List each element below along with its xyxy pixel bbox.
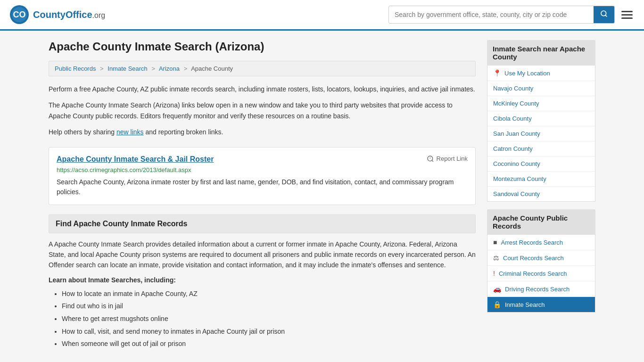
sidebar-use-location[interactable]: 📍 Use My Location [487, 66, 595, 81]
bullet-item: Find out who is in jail [62, 300, 476, 313]
breadcrumb-sep-3: > [184, 65, 188, 72]
location-icon: 📍 [493, 69, 501, 77]
pub-rec-link[interactable]: Driving Records Search [505, 286, 570, 293]
sidebar-nearby-header: Inmate Search near Apache County [487, 40, 595, 66]
sidebar-county-item[interactable]: McKinley County [487, 96, 595, 111]
sidebar-county-item[interactable]: San Juan County [487, 126, 595, 141]
svg-line-4 [432, 160, 433, 162]
bullet-list: How to locate an inmate in Apache County… [49, 288, 476, 350]
sidebar-county-item[interactable]: Navajo County [487, 81, 595, 96]
sidebar-county-link[interactable]: Montezuma County [493, 175, 546, 182]
sidebar-public-records-list: ■Arrest Records Search⚖Court Records Sea… [487, 235, 595, 313]
sidebar-nearby-list: 📍 Use My Location Navajo CountyMcKinley … [487, 66, 595, 202]
bullet-item: How to locate an inmate in Apache County… [62, 288, 476, 300]
pub-rec-active-icon: 🔒 [493, 301, 501, 308]
sidebar-county-item[interactable]: Cibola County [487, 111, 595, 126]
link-description: Search Apache County, Arizona inmate ros… [57, 177, 468, 197]
bullet-item: When someone will get out of jail or pri… [62, 337, 476, 350]
link-url: https://acso.crimegraphics.com/2013/defa… [57, 166, 468, 173]
search-input[interactable] [389, 7, 594, 22]
sidebar-county-link[interactable]: Sandoval County [493, 190, 540, 197]
breadcrumb-arizona[interactable]: Arizona [159, 65, 180, 72]
sidebar-county-link[interactable]: Catron County [493, 145, 533, 152]
new-links-link[interactable]: new links [116, 128, 144, 136]
section-body-text: A Apache County Inmate Search provides d… [49, 239, 476, 271]
report-link-button[interactable]: Report Link [427, 155, 468, 163]
link-card-header: Apache County Inmate Search & Jail Roste… [57, 155, 468, 164]
link-card: Apache County Inmate Search & Jail Roste… [49, 147, 476, 205]
pub-rec-icon: 🚗 [493, 285, 501, 293]
learn-label: Learn about Inmate Searches, including: [49, 276, 476, 284]
pub-rec-link[interactable]: Court Records Search [503, 255, 564, 262]
logo-text: CountyOffice.org [33, 9, 105, 20]
pub-rec-item[interactable]: ■Arrest Records Search [487, 235, 595, 250]
site-header: CO CountyOffice.org [0, 0, 644, 31]
pub-rec-item[interactable]: ⚖Court Records Search [487, 250, 595, 266]
bullet-item: How to call, visit, and send money to in… [62, 325, 476, 338]
breadcrumb: Public Records > Inmate Search > Arizona… [49, 61, 476, 76]
pub-rec-icon: ⚖ [493, 254, 499, 262]
use-location-link[interactable]: Use My Location [504, 70, 550, 77]
header-right [388, 6, 635, 24]
description-3: Help others by sharing new links and rep… [49, 127, 476, 137]
breadcrumb-current: Apache County [191, 65, 233, 72]
link-card-title[interactable]: Apache County Inmate Search & Jail Roste… [57, 155, 214, 164]
main-content: Apache County Inmate Search (Arizona) Pu… [49, 40, 476, 350]
sidebar-county-link[interactable]: McKinley County [493, 100, 539, 107]
sidebar-nearby-section: Inmate Search near Apache County 📍 Use M… [487, 40, 595, 202]
sidebar-county-link[interactable]: Coconino County [493, 160, 540, 167]
breadcrumb-public-records[interactable]: Public Records [55, 65, 96, 72]
search-button[interactable] [594, 6, 614, 23]
pub-rec-item-active[interactable]: 🔒Inmate Search [487, 297, 595, 312]
sidebar-public-records-header: Apache County Public Records [487, 209, 595, 235]
find-records-section-header: Find Apache County Inmate Records [49, 214, 476, 233]
pub-rec-item[interactable]: 🚗Driving Records Search [487, 281, 595, 297]
logo-icon: CO [9, 5, 29, 25]
pub-rec-link[interactable]: Criminal Records Search [499, 270, 567, 277]
breadcrumb-sep-1: > [100, 65, 104, 72]
sidebar-county-item[interactable]: Coconino County [487, 156, 595, 172]
sidebar-county-link[interactable]: San Juan County [493, 130, 540, 137]
breadcrumb-inmate-search[interactable]: Inmate Search [107, 65, 148, 72]
pub-rec-active-link[interactable]: Inmate Search [505, 301, 545, 308]
hamburger-menu-button[interactable] [619, 9, 635, 21]
bullet-item: Where to get arrest mugshots online [62, 313, 476, 325]
sidebar-county-link[interactable]: Navajo County [493, 85, 533, 92]
description-2: The Apache County Inmate Search (Arizona… [49, 100, 476, 121]
breadcrumb-sep-2: > [151, 65, 155, 72]
find-records-title: Find Apache County Inmate Records [56, 220, 469, 228]
sidebar-county-link[interactable]: Cibola County [493, 115, 532, 122]
pub-rec-icon: ! [493, 270, 495, 277]
sidebar-public-records-section: Apache County Public Records ■Arrest Rec… [487, 209, 595, 313]
search-bar [388, 6, 615, 24]
pub-rec-icon: ■ [493, 239, 497, 246]
sidebar-county-item[interactable]: Catron County [487, 141, 595, 156]
logo-area: CO CountyOffice.org [9, 5, 105, 25]
pub-rec-link[interactable]: Arrest Records Search [501, 239, 563, 246]
sidebar: Inmate Search near Apache County 📍 Use M… [487, 40, 595, 350]
pub-rec-item[interactable]: !Criminal Records Search [487, 266, 595, 281]
report-icon [427, 155, 434, 163]
svg-text:CO: CO [13, 10, 26, 19]
sidebar-county-item[interactable]: Sandoval County [487, 187, 595, 201]
sidebar-county-item[interactable]: Montezuma County [487, 172, 595, 187]
main-container: Apache County Inmate Search (Arizona) Pu… [39, 31, 605, 360]
description-1: Perform a free Apache County, AZ public … [49, 84, 476, 94]
page-title: Apache County Inmate Search (Arizona) [49, 40, 476, 53]
